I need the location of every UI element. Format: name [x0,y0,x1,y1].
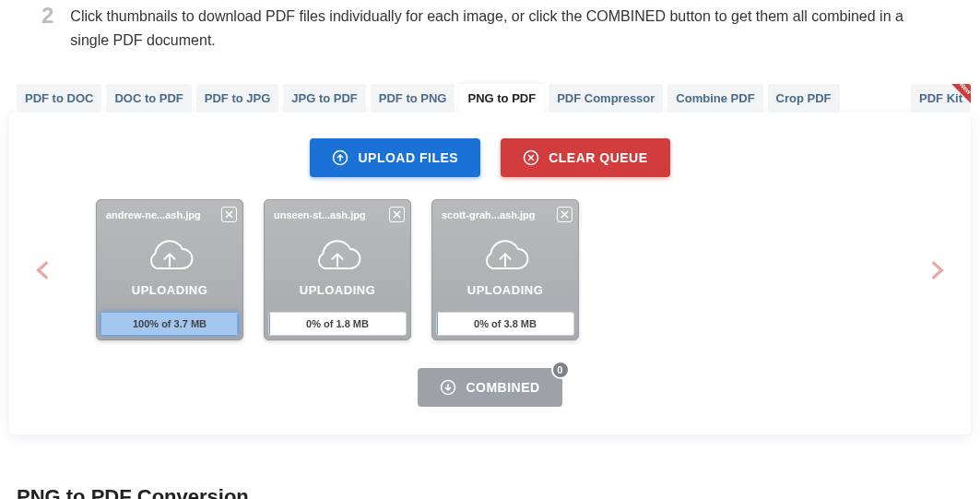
tab-pdf-to-png[interactable]: PDF to PNG [371,84,455,113]
tab-crop-pdf[interactable]: Crop PDF [768,84,840,113]
combined-row: COMBINED 0 [28,368,952,407]
file-progress: 0% of 3.8 MB [436,312,574,336]
tab-jpg-to-pdf[interactable]: JPG to PDF [283,84,366,113]
tab-pdf-kit-label: PDF Kit [919,91,962,105]
file-status: UPLOADING [467,283,544,297]
file-card[interactable]: andrew-ne...ash.jpg UPLOADING [96,199,243,340]
upload-button-label: UPLOAD FILES [358,150,458,165]
tab-pdf-kit[interactable]: PDF Kit New [911,84,971,113]
cloud-upload-icon [479,235,531,276]
remove-file-button[interactable] [557,207,573,222]
download-icon [440,379,456,396]
carousel-prev[interactable] [28,247,59,293]
tab-pdf-to-doc[interactable]: PDF to DOC [17,84,101,113]
section-heading: PNG to PDF Conversion [17,485,971,499]
file-name: andrew-ne...ash.jpg [106,209,201,220]
upload-files-button[interactable]: UPLOAD FILES [310,138,480,177]
tab-png-to-pdf[interactable]: PNG to PDF [459,84,544,113]
progress-fill [269,313,270,335]
carousel-next[interactable] [921,247,952,293]
tab-combine-pdf[interactable]: Combine PDF [667,84,762,113]
file-name: scott-grah...ash.jpg [442,209,535,220]
progress-label: 0% of 1.8 MB [306,318,369,329]
clear-queue-button[interactable]: CLEAR QUEUE [501,138,669,177]
remove-file-button[interactable] [389,207,405,222]
progress-label: 100% of 3.7 MB [133,318,207,329]
file-status: UPLOADING [132,283,208,297]
upload-icon [332,149,348,166]
file-name: unseen-st...ash.jpg [274,209,366,220]
clear-icon [523,149,539,166]
remove-file-button[interactable] [221,207,237,222]
combined-count-badge: 0 [551,361,570,379]
file-carousel: andrew-ne...ash.jpg UPLOADING [28,199,952,340]
upload-panel: UPLOAD FILES CLEAR QUEUE andrew-ne...ash… [9,113,971,434]
cloud-upload-icon [144,235,195,276]
tabs-row: PDF to DOC DOC to PDF PDF to JPG JPG to … [9,84,971,113]
combined-button[interactable]: COMBINED 0 [418,368,561,407]
file-cards: andrew-ne...ash.jpg UPLOADING [68,199,912,340]
step-text: Click thumbnails to download PDF files i… [70,5,939,52]
file-progress: 100% of 3.7 MB [100,312,239,336]
cloud-upload-icon [312,235,363,276]
progress-label: 0% of 3.8 MB [474,318,537,329]
action-buttons: UPLOAD FILES CLEAR QUEUE [28,138,952,177]
file-card[interactable]: scott-grah...ash.jpg UPLOADING [431,199,579,340]
file-card[interactable]: unseen-st...ash.jpg UPLOADING [264,199,411,340]
tab-pdf-to-jpg[interactable]: PDF to JPG [196,84,279,113]
instruction-step: 2 Click thumbnails to download PDF files… [9,0,971,56]
progress-fill [437,313,438,335]
step-number: 2 [41,5,53,27]
tab-doc-to-pdf[interactable]: DOC to PDF [106,84,191,113]
tab-pdf-compressor[interactable]: PDF Compressor [549,84,663,113]
file-progress: 0% of 1.8 MB [268,312,407,336]
file-status: UPLOADING [300,283,376,297]
clear-button-label: CLEAR QUEUE [549,150,647,165]
combined-button-label: COMBINED [466,380,539,395]
